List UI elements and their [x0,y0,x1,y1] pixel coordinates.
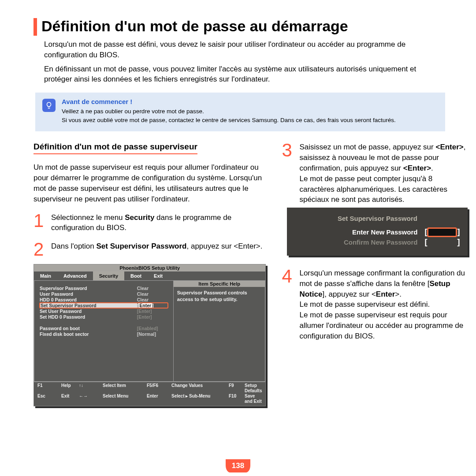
dialog-row-confirm: Confirm New Password [] [295,238,460,247]
bios-help-title: Item Specific Help [174,281,265,287]
bios-left-panel: Supervisor PasswordClear User PasswordCl… [34,280,173,382]
bios-row: Set User Password[Enter] [40,309,168,314]
accent-bar [33,18,37,36]
password-field-enter: [] [424,227,460,237]
step-3: 3 Saisissez un mot de passe, appuyez sur… [282,142,468,205]
step-body: Saisissez un mot de passe, appuyez sur <… [299,142,468,205]
bios-tab-security: Security [93,271,124,280]
step-number: 3 [282,142,295,205]
step-number: 4 [282,268,295,342]
step-number: 2 [33,241,47,258]
dialog-row-enter: Enter New Password [] [295,227,460,237]
bios-row: Supervisor PasswordClear [40,286,168,291]
bios-row-highlighted: Set Supervisor Password[Enter] [40,303,168,308]
bios-row: User PasswordClear [40,291,168,297]
bios-row: HDD 0 PasswordClear [40,297,168,302]
bios-tab-main: Main [34,271,57,280]
bios-tab-boot: Boot [124,271,148,280]
bios-row: Set HDD 0 Password[Enter] [40,314,168,320]
bios-tabs: Main Advanced Security Boot Exit [34,271,265,280]
step-body: Dans l'option Set Supervisor Password, a… [51,241,266,258]
step-number: 1 [33,212,47,234]
lightbulb-icon [42,99,56,112]
step-1: 1 Sélectionnez le menu Security dans le … [33,212,266,234]
page-title: Définition d'un mot de passe au démarrag… [41,18,348,35]
bios-help-body: Supervisor Password controls access to t… [174,287,265,305]
bios-screenshot: PhoenixBIOS Setup Utility Main Advanced … [33,264,266,406]
bios-row: Fixed disk boot sector[Normal] [40,331,168,337]
callout-title: Avant de commencer ! [62,98,396,105]
intro-paragraph-2: En définissant un mot de passe, vous pou… [44,64,445,85]
bios-tab-advanced: Advanced [57,271,93,280]
bios-row: Password on boot[Enabled] [40,326,168,331]
bios-title: PhoenixBIOS Setup Utility [34,264,265,271]
set-password-dialog: Set Supervisor Password Enter New Passwo… [287,208,468,256]
dialog-title: Set Supervisor Password [295,215,460,222]
bios-footer: F1Help ↑↓Select Item F5/F6Change Values … [34,382,265,406]
step-body: Sélectionnez le menu Security dans le pr… [51,212,266,234]
step-2: 2 Dans l'option Set Supervisor Password,… [33,241,266,258]
bios-tab-exit: Exit [148,271,169,280]
section-intro: Un mot de passe superviseur est requis p… [33,162,266,204]
callout-line-1: Veillez à ne pas oublier ou perdre votre… [62,107,396,116]
step-body: Lorsqu'un message confirmant la configur… [299,268,468,342]
step-4: 4 Lorsqu'un message confirmant la config… [282,268,468,342]
page-number-badge: 138 [226,459,250,472]
callout-line-2: Si vous avez oublié votre mot de passe, … [62,116,396,125]
password-field-confirm: [] [424,238,460,247]
bios-help-panel: Item Specific Help Supervisor Password c… [173,280,266,382]
section-title: Définition d'un mot de passe superviseur [33,142,197,154]
callout-before-starting: Avant de commencer ! Veillez à ne pas ou… [35,93,445,131]
intro-paragraph-1: Lorsqu'un mot de passe est défini, vous … [44,39,445,60]
